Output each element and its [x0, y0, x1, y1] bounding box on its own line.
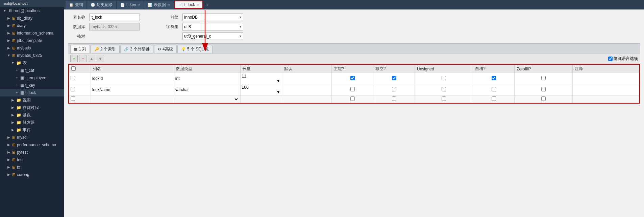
row1-default-input[interactable]: [283, 76, 330, 81]
collation-select[interactable]: utf8_general_c: [182, 32, 243, 40]
sidebar-item-xurong[interactable]: ▶ ⊞ xurong: [0, 171, 64, 178]
row2-auto-checkbox[interactable]: [492, 87, 496, 91]
db-icon: ⊞: [12, 23, 16, 29]
sidebar-item-t_lock[interactable]: + ▦ t_lock: [0, 89, 64, 96]
row2-notnull-checkbox[interactable]: [392, 87, 396, 91]
row2-default[interactable]: [282, 84, 332, 95]
tablename-input[interactable]: [89, 14, 140, 21]
row2-type[interactable]: varchar: [174, 84, 240, 95]
remove-column-button[interactable]: −: [79, 55, 86, 62]
subtab-advanced[interactable]: ⚙ 4高级: [154, 45, 177, 53]
row3-type-select[interactable]: [175, 96, 239, 102]
sidebar-item-tx[interactable]: ▶ ⊞ tx: [0, 164, 64, 171]
sidebar-item-test[interactable]: ▶ ⊞ test: [0, 156, 64, 164]
sidebar-item-root[interactable]: ▼ 🖥 root@localhost: [0, 7, 64, 15]
row3-name[interactable]: [91, 95, 174, 103]
row1-pk-checkbox[interactable]: [350, 76, 355, 80]
subtab-sql[interactable]: 💡 5 个 SQL 览: [177, 45, 213, 53]
row2-checkbox[interactable]: [71, 87, 75, 91]
row1-type[interactable]: int: [174, 73, 240, 84]
tab-tabledata[interactable]: 📊 表数据 ×: [144, 1, 173, 9]
row1-checkbox[interactable]: [71, 76, 75, 80]
sidebar-item-mybatis_0325[interactable]: ▼ ⊞ mybatis_0325: [0, 52, 64, 59]
row2-name[interactable]: [91, 84, 174, 95]
sidebar-item-mybatis[interactable]: ▶ ⊞ mybatis: [0, 44, 64, 52]
move-down-button[interactable]: ▼: [97, 55, 104, 62]
close-tabledata-button[interactable]: ×: [168, 3, 170, 7]
subtab-indexes[interactable]: 🔑 2 个索引: [91, 45, 120, 53]
row3-zerofill: [515, 95, 573, 103]
row1-comment[interactable]: [573, 73, 639, 84]
row2-auto: [473, 84, 515, 95]
sidebar-item-triggers-folder[interactable]: ▶ 📁 触发器: [0, 119, 64, 126]
tab-t_lock[interactable]: 📄 t_lock ×: [174, 1, 203, 9]
subtab-columns[interactable]: ▦ 1 列: [70, 45, 90, 53]
engine-select[interactable]: InnoDB: [182, 14, 243, 21]
hide-lang-checkbox[interactable]: [608, 57, 613, 61]
tab-query[interactable]: 📋 查询: [66, 1, 86, 9]
row2-pk-checkbox[interactable]: [350, 87, 355, 91]
row3-name-input[interactable]: [92, 97, 172, 102]
hide-lang-checkbox-label[interactable]: 隐藏语言选项: [608, 56, 638, 62]
row1-name[interactable]: [91, 73, 174, 84]
row3-default[interactable]: [282, 95, 332, 103]
add-tab-button[interactable]: +: [204, 1, 210, 9]
expander-icon: ▶: [7, 157, 11, 163]
move-up-button[interactable]: ▲: [88, 55, 95, 62]
row1-auto-checkbox[interactable]: [492, 76, 496, 80]
sidebar-item-t_key[interactable]: + ▦ t_key: [0, 82, 64, 89]
sidebar-item-performance_schema[interactable]: ▶ ⊞ performance_schema: [0, 141, 64, 149]
tab-history[interactable]: 🕐 历史记录: [87, 1, 116, 9]
sidebar-item-mysql[interactable]: ▶ ⊞ mysql: [0, 134, 64, 141]
row2-zerofill-checkbox[interactable]: [541, 87, 546, 91]
sidebar-item-funcs-folder[interactable]: ▶ 📁 函数: [0, 111, 64, 119]
expander-icon: ▼: [11, 60, 15, 66]
sidebar-item-views-folder[interactable]: ▶ 📁 视图: [0, 96, 64, 104]
tab-t_key[interactable]: 📄 t_key ×: [117, 1, 144, 9]
sidebar-item-tables-folder[interactable]: ▼ 📁 表: [0, 59, 64, 67]
sidebar-item-t_cat[interactable]: + ▦ t_cat: [0, 67, 64, 74]
row2-name-input[interactable]: [92, 87, 172, 92]
row2-comment[interactable]: [573, 84, 639, 95]
row2-length[interactable]: ▼: [240, 84, 282, 95]
row1-length-input[interactable]: [242, 74, 280, 79]
row3-type[interactable]: [174, 95, 240, 103]
sidebar-item-db_diray[interactable]: ▶ ⊞ db_diray: [0, 15, 64, 22]
row2-unsigned-checkbox[interactable]: [442, 87, 446, 91]
row1-zerofill-checkbox[interactable]: [541, 76, 546, 80]
sidebar-item-pytest[interactable]: ▶ ⊞ pytest: [0, 149, 64, 156]
sidebar-item-t_employee[interactable]: + ▦ t_employee: [0, 74, 64, 82]
sidebar-item-information_schema[interactable]: ▶ ⊞ information_schema: [0, 29, 64, 37]
row3-pk-checkbox[interactable]: [350, 96, 355, 101]
row3-auto-checkbox[interactable]: [492, 96, 496, 101]
row1-unsigned-checkbox[interactable]: [442, 76, 446, 80]
select-all-checkbox[interactable]: [71, 66, 76, 71]
row3-unsigned-checkbox[interactable]: [442, 96, 446, 101]
row2-length-input[interactable]: [242, 85, 280, 90]
row1-notnull: [373, 73, 415, 84]
row2-comment-input[interactable]: [574, 87, 638, 92]
row1-notnull-checkbox[interactable]: [392, 76, 396, 80]
subtab-foreignkeys[interactable]: 🔗 3 个外部键: [120, 45, 153, 53]
sidebar-item-jdbc_template[interactable]: ▶ ⊞ jdbc_template: [0, 37, 64, 44]
sidebar-item-diary[interactable]: ▶ ⊞ diary: [0, 22, 64, 29]
th-auto: 自增?: [473, 65, 515, 73]
close-tkey-button[interactable]: ×: [138, 3, 140, 7]
row3-comment[interactable]: [573, 95, 639, 103]
row1-length[interactable]: ▼: [240, 73, 282, 84]
row1-default[interactable]: [282, 73, 332, 84]
add-column-button[interactable]: +: [70, 55, 78, 62]
row1-comment-input[interactable]: [574, 76, 638, 81]
row3-notnull-checkbox[interactable]: [392, 96, 396, 101]
row3-length[interactable]: [240, 95, 282, 103]
sidebar-item-procs-folder[interactable]: ▶ 📁 存储过程: [0, 104, 64, 111]
tablename-label: 表名称: [68, 15, 85, 20]
sidebar-item-events-folder[interactable]: ▶ 📁 事件: [0, 126, 64, 134]
row3-checkbox[interactable]: [71, 96, 75, 101]
charset-select[interactable]: utf8: [182, 23, 243, 30]
row2-default-input[interactable]: [283, 87, 330, 92]
row3-zerofill-checkbox[interactable]: [541, 96, 546, 101]
sidebar-item-label: db_diray: [17, 15, 32, 21]
row1-name-input[interactable]: [92, 76, 172, 81]
close-tlock-button[interactable]: ×: [197, 3, 199, 7]
